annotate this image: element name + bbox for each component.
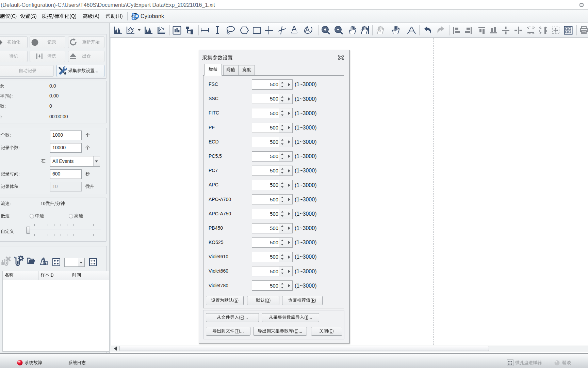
svg-text:G: G (379, 30, 381, 33)
svg-text:C: C (395, 30, 397, 33)
